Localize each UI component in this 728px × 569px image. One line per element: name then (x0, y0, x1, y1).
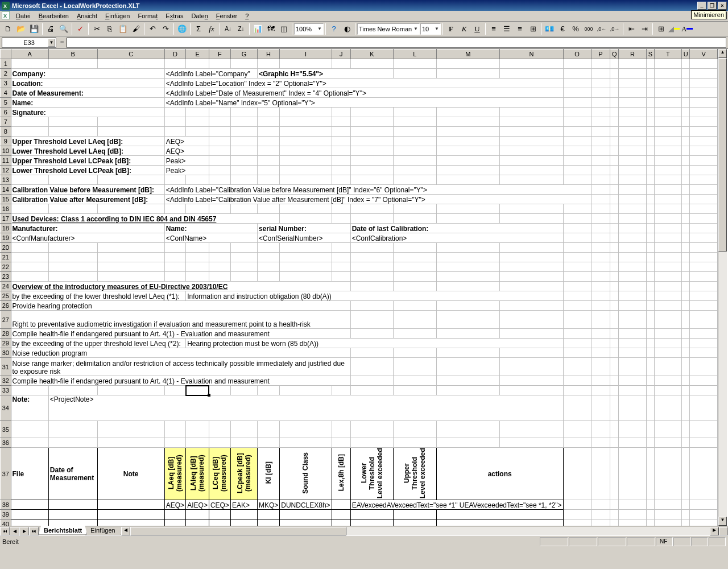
cell-H19[interactable]: <ConfSerialNumber> (257, 233, 350, 243)
cell-T21[interactable] (654, 253, 681, 262)
row-header-4[interactable]: 4 (1, 88, 11, 98)
merge-center-button[interactable]: ⊞ (527, 23, 539, 35)
cell-T36[interactable] (654, 438, 681, 448)
cell-S7[interactable] (646, 117, 654, 127)
cell-N24[interactable] (500, 282, 563, 291)
cell-T25[interactable] (654, 291, 681, 301)
cell-A11[interactable]: Upper Threshold Level LCPeak [dB]: (11, 156, 164, 166)
row-header-38[interactable]: 38 (1, 500, 11, 510)
cell-R20[interactable] (619, 243, 647, 253)
scroll-thumb[interactable] (718, 58, 727, 251)
cell-A32[interactable] (350, 376, 394, 386)
cell-T15[interactable] (654, 195, 681, 204)
cell-S17[interactable] (646, 214, 654, 224)
cell-D11[interactable]: Peak> (164, 156, 209, 166)
cell-P10[interactable] (591, 146, 610, 156)
cell-P39[interactable] (591, 510, 610, 519)
cell-T35[interactable] (654, 421, 681, 438)
cell-V2[interactable] (690, 69, 718, 79)
cell-P18[interactable] (591, 224, 610, 233)
cell-T24[interactable] (654, 282, 681, 291)
cell-P20[interactable] (591, 243, 610, 253)
cell-Q18[interactable] (610, 224, 619, 233)
col-header-S[interactable]: S (646, 50, 654, 59)
cell-J39[interactable] (332, 510, 350, 519)
cell-D40[interactable] (164, 519, 185, 526)
cell-R28[interactable] (619, 329, 647, 339)
cell-T26[interactable] (654, 301, 681, 311)
cell-V30[interactable] (690, 348, 718, 358)
cell-T19[interactable] (654, 233, 681, 243)
font-size-select[interactable]: 10▼ (420, 23, 441, 35)
cell-U26[interactable] (682, 301, 690, 311)
cell-U40[interactable] (682, 519, 690, 526)
cell-V39[interactable] (690, 510, 718, 519)
cell-D7[interactable] (164, 117, 185, 127)
col-header-O[interactable]: O (563, 50, 591, 59)
cell-R39[interactable] (619, 510, 647, 519)
cell-A14[interactable]: Calibration Value before Measurement [dB… (11, 185, 164, 195)
cell-S33[interactable] (646, 386, 654, 395)
cell-P1[interactable] (591, 59, 610, 69)
cell-R14[interactable] (619, 185, 647, 195)
cell-P8[interactable] (591, 127, 610, 137)
cell-A13[interactable] (11, 175, 48, 185)
cell-T12[interactable] (654, 166, 681, 175)
menu-format[interactable]: Format (134, 11, 162, 20)
cell-B37[interactable]: Date of Measurement (48, 448, 97, 500)
cell-S37[interactable] (646, 448, 654, 500)
cell-F13[interactable] (209, 175, 230, 185)
cell-I9[interactable] (280, 137, 332, 146)
cell-U28[interactable] (682, 329, 690, 339)
cell-B40[interactable] (48, 519, 97, 526)
cell-P13[interactable] (591, 175, 610, 185)
cell-Q14[interactable] (610, 185, 619, 195)
cell-P34[interactable] (591, 395, 610, 421)
cell-N35[interactable] (500, 421, 563, 438)
cell-R23[interactable] (619, 272, 647, 282)
cell-A20[interactable] (11, 243, 48, 253)
inc-indent-button[interactable]: ⇥ (638, 23, 651, 35)
cell-K7[interactable] (350, 117, 394, 127)
percent-button[interactable]: % (569, 23, 582, 35)
cell-O4[interactable] (563, 88, 591, 98)
cell-U25[interactable] (682, 291, 690, 301)
formula-bar[interactable] (67, 38, 726, 48)
cell-T4[interactable] (654, 88, 681, 98)
cell-L12[interactable] (394, 166, 437, 175)
cell-U27[interactable] (682, 311, 690, 329)
cell-A15[interactable]: Calibration Value after Measurement [dB]… (11, 195, 164, 204)
cell-K1[interactable] (350, 59, 394, 69)
cell-D9[interactable]: AEQ> (164, 137, 209, 146)
cell-A4[interactable]: Date of Measurement: (11, 88, 164, 98)
help-button[interactable]: ? (328, 23, 340, 35)
cell-L13[interactable] (394, 175, 437, 185)
app-close-button[interactable]: × (718, 2, 727, 10)
cell-V29[interactable] (690, 339, 718, 348)
cell-D10[interactable]: AEQ> (164, 146, 209, 156)
cell-H35[interactable] (257, 421, 279, 438)
cell-P21[interactable] (591, 253, 610, 262)
cell-P26[interactable] (591, 301, 610, 311)
cell-M24[interactable] (436, 282, 499, 291)
cell-S31[interactable] (646, 358, 654, 376)
cell-S5[interactable] (646, 98, 654, 108)
cell-D31[interactable] (500, 358, 563, 376)
row-header-35[interactable]: 35 (1, 421, 11, 438)
cell-M37[interactable]: actions (436, 448, 563, 500)
cell-U5[interactable] (682, 98, 690, 108)
cell-N6[interactable] (500, 108, 563, 117)
cell-P12[interactable] (591, 166, 610, 175)
col-header-R[interactable]: R (619, 50, 647, 59)
cell-R12[interactable] (619, 166, 647, 175)
cell-Q4[interactable] (610, 88, 619, 98)
chart-button[interactable]: 📊 (251, 23, 264, 35)
cell-R17[interactable] (619, 214, 647, 224)
col-header-F[interactable]: F (209, 50, 230, 59)
cell-T30[interactable] (654, 348, 681, 358)
cell-D39[interactable] (164, 510, 185, 519)
cell-L7[interactable] (394, 117, 437, 127)
cell-C22[interactable] (97, 262, 164, 272)
cell-V25[interactable] (690, 291, 718, 301)
menu-daten[interactable]: Daten (187, 11, 212, 20)
